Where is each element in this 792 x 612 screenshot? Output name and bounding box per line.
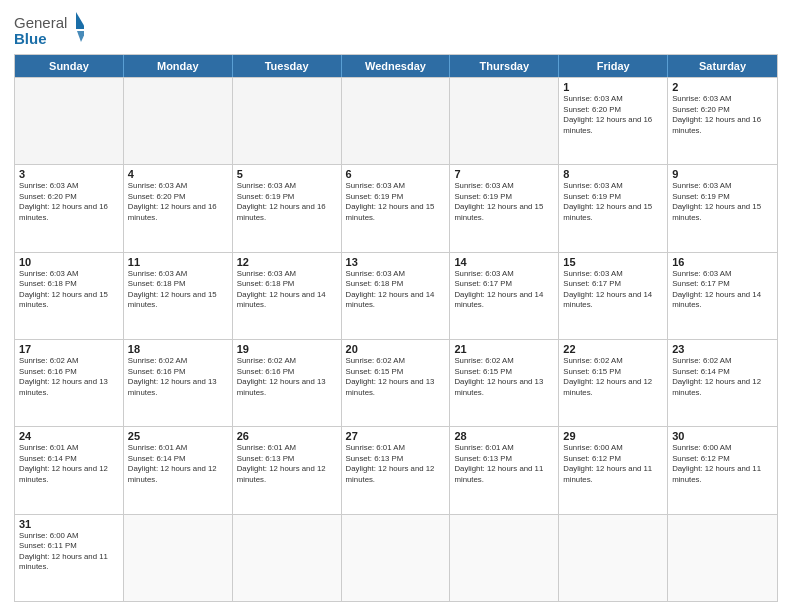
day-info: Sunrise: 6:03 AMSunset: 6:19 PMDaylight:… xyxy=(346,181,446,223)
calendar-cell xyxy=(124,78,233,164)
svg-marker-3 xyxy=(77,31,84,42)
day-number: 14 xyxy=(454,256,554,268)
calendar-cell xyxy=(668,515,777,601)
calendar-cell xyxy=(342,515,451,601)
day-number: 28 xyxy=(454,430,554,442)
calendar-body: 1 Sunrise: 6:03 AMSunset: 6:20 PMDayligh… xyxy=(15,77,777,601)
weekday-header-sunday: Sunday xyxy=(15,55,124,77)
weekday-header-tuesday: Tuesday xyxy=(233,55,342,77)
day-info: Sunrise: 6:01 AMSunset: 6:14 PMDaylight:… xyxy=(128,443,228,485)
calendar-cell: 18 Sunrise: 6:02 AMSunset: 6:16 PMDaylig… xyxy=(124,340,233,426)
day-info: Sunrise: 6:02 AMSunset: 6:14 PMDaylight:… xyxy=(672,356,773,398)
calendar-cell: 20 Sunrise: 6:02 AMSunset: 6:15 PMDaylig… xyxy=(342,340,451,426)
day-number: 26 xyxy=(237,430,337,442)
logo-svg: General Blue xyxy=(14,10,84,48)
calendar-cell: 13 Sunrise: 6:03 AMSunset: 6:18 PMDaylig… xyxy=(342,253,451,339)
calendar-cell: 9 Sunrise: 6:03 AMSunset: 6:19 PMDayligh… xyxy=(668,165,777,251)
day-info: Sunrise: 6:03 AMSunset: 6:17 PMDaylight:… xyxy=(563,269,663,311)
svg-marker-2 xyxy=(76,12,84,29)
calendar-cell: 8 Sunrise: 6:03 AMSunset: 6:19 PMDayligh… xyxy=(559,165,668,251)
calendar-header: SundayMondayTuesdayWednesdayThursdayFrid… xyxy=(15,55,777,77)
calendar-cell: 15 Sunrise: 6:03 AMSunset: 6:17 PMDaylig… xyxy=(559,253,668,339)
calendar-cell: 26 Sunrise: 6:01 AMSunset: 6:13 PMDaylig… xyxy=(233,427,342,513)
day-info: Sunrise: 6:02 AMSunset: 6:15 PMDaylight:… xyxy=(346,356,446,398)
day-info: Sunrise: 6:03 AMSunset: 6:20 PMDaylight:… xyxy=(19,181,119,223)
calendar-cell xyxy=(233,515,342,601)
calendar-week-4: 17 Sunrise: 6:02 AMSunset: 6:16 PMDaylig… xyxy=(15,339,777,426)
day-info: Sunrise: 6:03 AMSunset: 6:19 PMDaylight:… xyxy=(237,181,337,223)
day-number: 13 xyxy=(346,256,446,268)
day-info: Sunrise: 6:03 AMSunset: 6:19 PMDaylight:… xyxy=(454,181,554,223)
day-number: 10 xyxy=(19,256,119,268)
day-info: Sunrise: 6:01 AMSunset: 6:13 PMDaylight:… xyxy=(454,443,554,485)
calendar-cell xyxy=(233,78,342,164)
day-info: Sunrise: 6:03 AMSunset: 6:17 PMDaylight:… xyxy=(672,269,773,311)
calendar-cell xyxy=(15,78,124,164)
day-info: Sunrise: 6:02 AMSunset: 6:16 PMDaylight:… xyxy=(237,356,337,398)
weekday-header-wednesday: Wednesday xyxy=(342,55,451,77)
calendar-cell: 4 Sunrise: 6:03 AMSunset: 6:20 PMDayligh… xyxy=(124,165,233,251)
logo: General Blue xyxy=(14,10,84,48)
svg-text:Blue: Blue xyxy=(14,30,47,47)
calendar-week-1: 1 Sunrise: 6:03 AMSunset: 6:20 PMDayligh… xyxy=(15,77,777,164)
day-number: 6 xyxy=(346,168,446,180)
calendar-cell: 14 Sunrise: 6:03 AMSunset: 6:17 PMDaylig… xyxy=(450,253,559,339)
weekday-header-thursday: Thursday xyxy=(450,55,559,77)
day-info: Sunrise: 6:03 AMSunset: 6:18 PMDaylight:… xyxy=(237,269,337,311)
day-number: 7 xyxy=(454,168,554,180)
day-number: 1 xyxy=(563,81,663,93)
day-number: 27 xyxy=(346,430,446,442)
svg-text:General: General xyxy=(14,14,67,31)
day-info: Sunrise: 6:02 AMSunset: 6:15 PMDaylight:… xyxy=(563,356,663,398)
day-info: Sunrise: 6:03 AMSunset: 6:18 PMDaylight:… xyxy=(346,269,446,311)
day-number: 15 xyxy=(563,256,663,268)
calendar-cell: 23 Sunrise: 6:02 AMSunset: 6:14 PMDaylig… xyxy=(668,340,777,426)
day-info: Sunrise: 6:03 AMSunset: 6:18 PMDaylight:… xyxy=(128,269,228,311)
weekday-header-monday: Monday xyxy=(124,55,233,77)
day-info: Sunrise: 6:03 AMSunset: 6:17 PMDaylight:… xyxy=(454,269,554,311)
calendar-cell: 25 Sunrise: 6:01 AMSunset: 6:14 PMDaylig… xyxy=(124,427,233,513)
day-number: 19 xyxy=(237,343,337,355)
weekday-header-saturday: Saturday xyxy=(668,55,777,77)
day-number: 23 xyxy=(672,343,773,355)
calendar-cell: 12 Sunrise: 6:03 AMSunset: 6:18 PMDaylig… xyxy=(233,253,342,339)
day-info: Sunrise: 6:03 AMSunset: 6:20 PMDaylight:… xyxy=(563,94,663,136)
day-info: Sunrise: 6:03 AMSunset: 6:19 PMDaylight:… xyxy=(563,181,663,223)
calendar-cell: 24 Sunrise: 6:01 AMSunset: 6:14 PMDaylig… xyxy=(15,427,124,513)
day-number: 11 xyxy=(128,256,228,268)
page: General Blue SundayMondayTuesdayWednesda… xyxy=(0,0,792,612)
day-number: 16 xyxy=(672,256,773,268)
calendar-cell: 11 Sunrise: 6:03 AMSunset: 6:18 PMDaylig… xyxy=(124,253,233,339)
weekday-header-friday: Friday xyxy=(559,55,668,77)
day-number: 9 xyxy=(672,168,773,180)
calendar-cell: 28 Sunrise: 6:01 AMSunset: 6:13 PMDaylig… xyxy=(450,427,559,513)
day-number: 3 xyxy=(19,168,119,180)
calendar-cell: 6 Sunrise: 6:03 AMSunset: 6:19 PMDayligh… xyxy=(342,165,451,251)
day-number: 4 xyxy=(128,168,228,180)
day-number: 17 xyxy=(19,343,119,355)
day-info: Sunrise: 6:03 AMSunset: 6:19 PMDaylight:… xyxy=(672,181,773,223)
calendar-cell: 22 Sunrise: 6:02 AMSunset: 6:15 PMDaylig… xyxy=(559,340,668,426)
calendar-cell: 30 Sunrise: 6:00 AMSunset: 6:12 PMDaylig… xyxy=(668,427,777,513)
day-number: 18 xyxy=(128,343,228,355)
day-number: 20 xyxy=(346,343,446,355)
day-info: Sunrise: 6:02 AMSunset: 6:15 PMDaylight:… xyxy=(454,356,554,398)
day-info: Sunrise: 6:02 AMSunset: 6:16 PMDaylight:… xyxy=(19,356,119,398)
calendar: SundayMondayTuesdayWednesdayThursdayFrid… xyxy=(14,54,778,602)
day-number: 25 xyxy=(128,430,228,442)
calendar-cell xyxy=(342,78,451,164)
calendar-cell: 2 Sunrise: 6:03 AMSunset: 6:20 PMDayligh… xyxy=(668,78,777,164)
day-number: 8 xyxy=(563,168,663,180)
day-number: 29 xyxy=(563,430,663,442)
day-number: 24 xyxy=(19,430,119,442)
calendar-week-5: 24 Sunrise: 6:01 AMSunset: 6:14 PMDaylig… xyxy=(15,426,777,513)
day-info: Sunrise: 6:02 AMSunset: 6:16 PMDaylight:… xyxy=(128,356,228,398)
header: General Blue xyxy=(14,10,778,48)
calendar-cell: 5 Sunrise: 6:03 AMSunset: 6:19 PMDayligh… xyxy=(233,165,342,251)
calendar-cell: 3 Sunrise: 6:03 AMSunset: 6:20 PMDayligh… xyxy=(15,165,124,251)
calendar-cell xyxy=(450,78,559,164)
calendar-cell xyxy=(124,515,233,601)
day-info: Sunrise: 6:00 AMSunset: 6:12 PMDaylight:… xyxy=(672,443,773,485)
calendar-cell xyxy=(559,515,668,601)
calendar-week-2: 3 Sunrise: 6:03 AMSunset: 6:20 PMDayligh… xyxy=(15,164,777,251)
